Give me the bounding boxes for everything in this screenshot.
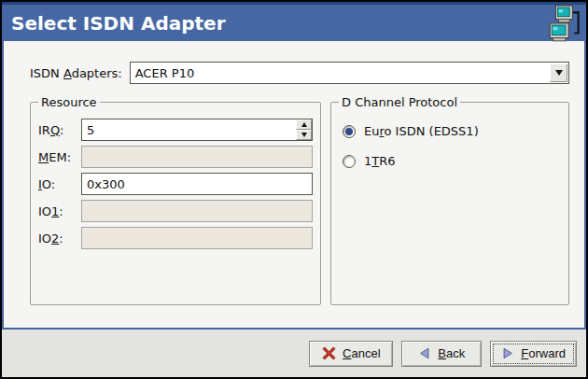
back-button[interactable]: Back [401, 341, 482, 367]
radio-button-icon[interactable] [343, 155, 356, 168]
irq-spin-buttons [296, 119, 312, 140]
dchannel-protocol-group: D Channel Protocol Euro ISDN (EDSS1) 1TR… [330, 95, 569, 305]
io1-row: IO1: [38, 200, 313, 222]
io1-label: IO1: [38, 204, 81, 218]
spin-up-button[interactable] [296, 119, 312, 130]
io2-row: IO2: [38, 227, 313, 249]
io1-input [81, 200, 313, 222]
dchannel-group-title: D Channel Protocol [339, 95, 460, 109]
cancel-x-icon [322, 346, 336, 360]
isdn-adapters-label: ISDN Adapters: [30, 66, 122, 80]
euro-isdn-label: Euro ISDN (EDSS1) [364, 124, 479, 138]
settings-columns: Resource IRQ: MEM: I [30, 95, 569, 305]
io-label: IO: [38, 177, 81, 191]
dropdown-selected-value: ACER P10 [131, 66, 195, 80]
back-button-label: Back [438, 346, 465, 360]
irq-row: IRQ: [38, 119, 313, 141]
isdn-adapters-dropdown[interactable]: ACER P10 [130, 62, 569, 84]
dialog-button-bar: Cancel Back Forward [2, 330, 586, 377]
spin-down-button[interactable] [296, 130, 312, 140]
arrow-left-icon [418, 346, 431, 360]
triangle-down-icon [301, 133, 307, 137]
io2-label: IO2: [38, 232, 81, 246]
triangle-up-icon [301, 122, 307, 127]
resource-group: Resource IRQ: MEM: I [30, 95, 321, 305]
dialog-title: Select ISDN Adapter [2, 12, 226, 35]
dropdown-arrow-button[interactable] [550, 63, 567, 82]
forward-button-label: Forward [521, 346, 566, 360]
io2-input [81, 227, 313, 249]
adapter-row: ISDN Adapters: ACER P10 [30, 62, 569, 84]
arrow-right-icon [501, 346, 514, 360]
network-computers-icon [549, 5, 582, 47]
chevron-down-icon [555, 70, 563, 76]
radio-1tr6[interactable]: 1TR6 [343, 154, 561, 168]
mem-row: MEM: [38, 146, 313, 168]
io-row: IO: [38, 173, 313, 195]
dialog-body: ISDN Adapters: ACER P10 Resource IRQ: [2, 41, 586, 330]
radio-euro-isdn[interactable]: Euro ISDN (EDSS1) [343, 124, 561, 138]
resource-group-title: Resource [38, 95, 100, 109]
cancel-button-label: Cancel [343, 346, 380, 360]
dialog-header: Select ISDN Adapter [2, 2, 586, 41]
isdn-adapter-dialog: Select ISDN Adapter ISDN Adapters: ACER … [0, 0, 588, 379]
1tr6-label: 1TR6 [364, 154, 396, 168]
radio-button-icon[interactable] [343, 125, 356, 138]
mem-input [81, 146, 313, 168]
irq-input[interactable] [81, 119, 313, 141]
mem-label: MEM: [38, 150, 81, 164]
irq-spinner [81, 119, 313, 141]
irq-label: IRQ: [38, 123, 81, 137]
cancel-button[interactable]: Cancel [309, 341, 393, 367]
forward-button[interactable]: Forward [490, 341, 577, 367]
io-input[interactable] [81, 173, 313, 195]
